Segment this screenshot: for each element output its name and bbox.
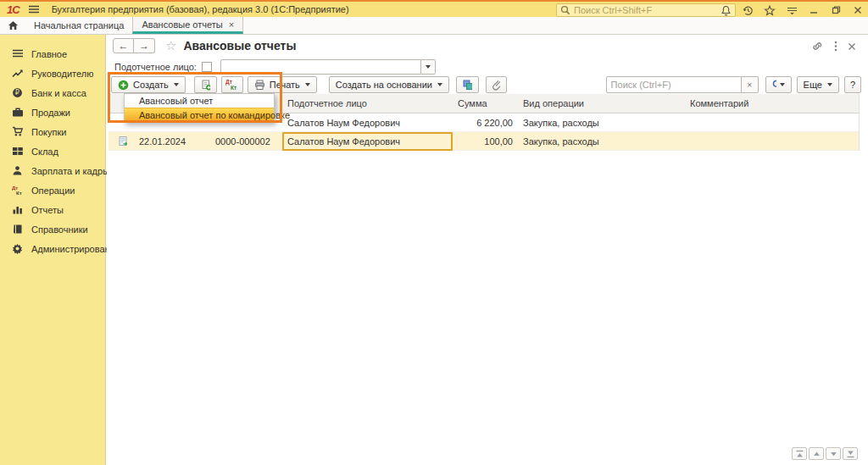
go-first-button[interactable]: [792, 447, 807, 460]
history-icon: [743, 5, 754, 16]
create-button[interactable]: Создать: [111, 76, 186, 93]
more-button[interactable]: Еще: [797, 76, 839, 93]
column-person[interactable]: Подотчетное лицо: [282, 98, 453, 108]
forward-button[interactable]: →: [134, 38, 155, 53]
column-operation[interactable]: Вид операции: [518, 98, 685, 108]
close-form-button[interactable]: [848, 42, 856, 51]
service-menu-button[interactable]: [785, 3, 798, 17]
global-search-input[interactable]: [574, 5, 726, 15]
sidebar-item-purchases[interactable]: Покупки: [0, 122, 105, 141]
back-button[interactable]: ←: [113, 38, 134, 53]
list-search-input[interactable]: [606, 76, 742, 93]
hamburger-icon: [28, 4, 40, 14]
notifications-button[interactable]: [719, 3, 732, 17]
svg-text:Кт: Кт: [16, 191, 22, 196]
sidebar-item-bank-cash[interactable]: ₽ Банк и касса: [0, 83, 105, 102]
favorites-button[interactable]: [763, 3, 776, 17]
sidebar-item-sales[interactable]: Продажи: [0, 102, 105, 122]
sidebar-item-operations[interactable]: ДтКт Операции: [0, 180, 105, 200]
active-cell: Салатов Наум Федорович: [282, 132, 453, 151]
restore-button[interactable]: [829, 3, 843, 17]
get-link-button[interactable]: [811, 41, 824, 52]
history-button[interactable]: [741, 3, 754, 17]
copy-document-icon: [201, 80, 210, 91]
global-search-box: [556, 3, 736, 17]
app-window: 1С Бухгалтерия предприятия (базовая), ре…: [0, 0, 868, 465]
search-icon: [560, 5, 570, 15]
plus-circle-icon: [118, 80, 129, 91]
show-postings-button[interactable]: ДтКт: [221, 76, 243, 93]
favorite-star-icon[interactable]: ☆: [165, 38, 176, 53]
attachments-button[interactable]: [486, 76, 507, 93]
tab-advance-reports[interactable]: Авансовые отчеты ×: [132, 17, 243, 34]
book-icon: [12, 224, 24, 235]
trend-icon: [12, 68, 24, 79]
sidebar-item-manager[interactable]: Руководителю: [0, 64, 105, 83]
warehouse-icon: [12, 146, 24, 157]
clear-search-button[interactable]: ×: [742, 76, 759, 93]
home-icon: [8, 20, 19, 30]
column-comment[interactable]: Комментарий: [685, 98, 859, 108]
tab-close-icon[interactable]: ×: [229, 19, 234, 30]
column-sum[interactable]: Сумма: [453, 98, 518, 108]
person-filter-input[interactable]: [220, 59, 421, 75]
menu-item-advance-report-business-trip[interactable]: Авансовый отчет по командировке: [125, 108, 274, 122]
printer-icon: [254, 80, 265, 91]
go-last-button[interactable]: [843, 447, 858, 460]
search-settings-button[interactable]: [765, 76, 792, 93]
dtkt-icon: ДтКт: [225, 79, 238, 91]
person-filter: Подотчетное лицо:: [114, 59, 436, 75]
person-filter-dropdown-button[interactable]: [421, 59, 436, 75]
person-filter-checkbox[interactable]: [202, 62, 212, 72]
window-title: Бухгалтерия предприятия (базовая), редак…: [52, 4, 349, 14]
close-window-button[interactable]: [851, 3, 865, 17]
triangle-up-icon: [812, 450, 821, 458]
search-icon: [772, 80, 776, 90]
form-navigation: ← → ☆ Авансовые отчеты: [113, 38, 296, 53]
chevron-down-icon: [305, 83, 310, 86]
menu-item-advance-report[interactable]: Авансовый отчет: [125, 94, 274, 108]
posted-document-icon: [108, 136, 134, 147]
chevron-down-icon: [426, 65, 431, 69]
go-next-button[interactable]: [826, 447, 841, 460]
create-dropdown-menu: Авансовый отчет Авансовый отчет по коман…: [124, 93, 275, 123]
link-icon: [811, 41, 824, 52]
briefcase-icon: [12, 107, 24, 118]
main-menu-button[interactable]: [28, 4, 40, 14]
more-menu-button[interactable]: [834, 41, 837, 52]
cart-icon: [12, 126, 24, 137]
list-search-box: ×: [606, 76, 759, 93]
kebab-icon: [834, 41, 837, 52]
sidebar-item-administration[interactable]: Администрирование: [0, 239, 105, 258]
go-last-icon: [846, 450, 855, 458]
svg-text:₽: ₽: [15, 89, 19, 97]
close-icon: [854, 6, 862, 14]
list-pager: [792, 447, 858, 460]
print-button[interactable]: Печать: [248, 76, 317, 93]
minimize-button[interactable]: [807, 3, 821, 17]
dtkt-icon: ДтКт: [12, 185, 24, 196]
menu-icon: [12, 48, 24, 59]
list-toolbar: Создать ДтКт Печать Создать на основании: [111, 76, 861, 93]
tab-home[interactable]: [0, 17, 25, 34]
chevron-down-icon: [827, 83, 832, 86]
table-row-selected[interactable]: 22.01.2024 0000-000002 Салатов Наум Федо…: [108, 132, 859, 151]
create-based-on-button[interactable]: Создать на основании: [329, 76, 449, 93]
chevron-down-icon: [780, 83, 785, 86]
tab-bar: Начальная страница Авансовые отчеты ×: [0, 17, 868, 35]
sidebar-item-directories[interactable]: Справочники: [0, 219, 105, 239]
go-prev-button[interactable]: [809, 447, 824, 460]
edo-button[interactable]: [456, 76, 479, 93]
sidebar-item-reports[interactable]: Отчеты: [0, 200, 105, 219]
tab-start-page[interactable]: Начальная страница: [25, 17, 132, 34]
sidebar-item-salary-hr[interactable]: Зарплата и кадры: [0, 161, 105, 180]
copy-button[interactable]: [194, 76, 217, 93]
gear-icon: [12, 243, 24, 254]
window-titlebar: 1С Бухгалтерия предприятия (базовая), ре…: [0, 0, 868, 17]
sidebar-item-main[interactable]: Главное: [0, 44, 105, 64]
edo-documents-icon: [463, 80, 472, 91]
help-button[interactable]: ?: [844, 76, 861, 93]
service-menu-icon: [787, 5, 798, 15]
sidebar-item-warehouse[interactable]: Склад: [0, 141, 105, 161]
1c-logo: 1С: [7, 3, 19, 16]
